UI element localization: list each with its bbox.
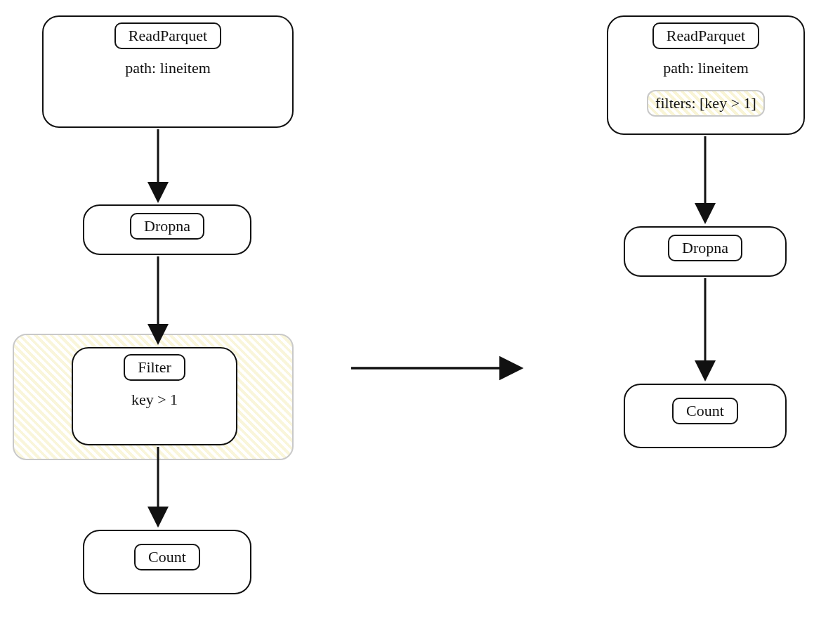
node-title-text: ReadParquet — [129, 27, 207, 44]
node-left-count: Count — [83, 530, 251, 594]
node-title: Dropna — [668, 235, 742, 261]
node-title: ReadParquet — [114, 22, 221, 49]
node-title-text: ReadParquet — [667, 27, 745, 44]
node-title-text: Dropna — [144, 217, 190, 235]
node-title-text: Dropna — [682, 239, 728, 256]
readparquet-filters: filters: [key > 1] — [647, 90, 765, 117]
readparquet-path: path: lineitem — [608, 59, 803, 77]
node-right-readparquet: ReadParquet path: lineitem — [607, 15, 805, 135]
node-left-filter: Filter key > 1 — [72, 347, 237, 445]
node-title: ReadParquet — [652, 22, 759, 49]
node-title-text: Count — [686, 402, 724, 419]
highlight-filters-pushed: filters: [key > 1] — [615, 90, 796, 117]
node-left-readparquet: ReadParquet path: lineitem — [42, 15, 294, 128]
node-title-text: Filter — [138, 358, 171, 376]
node-title-text: Count — [148, 548, 186, 566]
node-title: Filter — [124, 354, 185, 381]
node-right-count: Count — [624, 384, 787, 448]
node-left-dropna: Dropna — [83, 204, 251, 255]
filter-predicate: key > 1 — [73, 391, 236, 409]
diagram-root: ReadParquet path: lineitem Dropna Filter… — [0, 0, 840, 633]
node-right-dropna: Dropna — [624, 226, 787, 277]
readparquet-path: path: lineitem — [44, 59, 292, 77]
node-title: Count — [672, 398, 738, 424]
node-title: Dropna — [130, 213, 204, 240]
node-title: Count — [134, 544, 200, 570]
